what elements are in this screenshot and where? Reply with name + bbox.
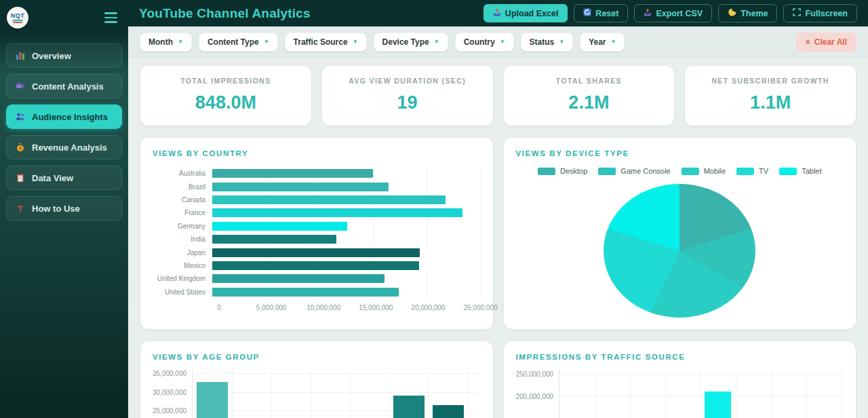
device-type-pie-chart [604,184,755,318]
export-icon [644,8,652,18]
filter-year[interactable]: Year▼ [580,33,625,52]
header-actions: Upload Excel Reset Export CSV Theme Full… [484,4,857,22]
pie-legend: DesktopGame ConsoleMobileTVTablet [516,167,844,175]
chevron-down-icon: ▼ [353,39,358,45]
country-bar [212,195,446,204]
gridline [232,369,233,418]
export-csv-button[interactable]: Export CSV [634,4,712,22]
gridline [350,369,351,418]
sidebar-item-label: Data View [32,173,73,183]
charts-row-top: VIEWS BY COUNTRY AustraliaBrazilCanadaFr… [140,138,856,329]
x-axis-ticks: 05,000,00010,000,00015,000,00020,000,000… [219,303,481,316]
country-bar-row: France [153,206,481,219]
kpi-value: 1.1M [692,92,849,113]
sidebar-header: NQT [0,0,128,35]
filter-bar: Month▼ Content Type▼ Traffic Source▼ Dev… [128,26,868,58]
impressions-by-traffic-source-chart: 250,000,000200,000,000 [516,369,844,418]
chart-title: VIEWS BY AGE GROUP [153,353,481,361]
views-by-country-card: VIEWS BY COUNTRY AustraliaBrazilCanadaFr… [140,138,493,329]
bar-track [212,272,481,285]
gridline [630,369,631,418]
country-bar [212,235,336,244]
kpi-label: TOTAL SHARES [511,77,668,85]
reset-button[interactable]: Reset [574,4,628,22]
x-tick-label: 10,000,000 [307,304,340,311]
sidebar-item-content-analysis[interactable]: Content Analysis [6,74,122,98]
legend-item[interactable]: TV [736,167,768,175]
kpi-value: 848.0M [147,92,304,113]
country-bar [212,288,399,297]
close-icon: × [806,37,810,47]
logo-tagline [13,22,22,23]
legend-item[interactable]: Game Console [598,167,670,175]
views-by-device-type-card: VIEWS BY DEVICE TYPE DesktopGame Console… [504,138,856,329]
legend-item[interactable]: Desktop [538,167,587,175]
sidebar-item-how-to-use[interactable]: ? How to Use [6,196,122,221]
impressions-by-traffic-source-card: IMPRESSIONS BY TRAFFIC SOURCE 250,000,00… [504,341,856,418]
country-bar [212,274,384,283]
country-bar [212,208,462,217]
sidebar-item-data-view[interactable]: Data View [6,166,122,190]
legend-swatch [736,168,754,175]
gridline [806,369,807,418]
gridline [736,369,736,418]
chart-title: VIEWS BY COUNTRY [153,149,481,157]
views-by-age-group-chart: 35,000,00030,000,00025,000,000 [153,369,481,418]
gridline [193,392,478,393]
theme-button[interactable]: Theme [718,4,777,22]
sidebar-item-label: Overview [32,51,71,61]
country-bar-row: Australia [153,167,481,180]
sidebar-item-revenue-analysis[interactable]: $ Revenue Analysis [6,135,122,159]
clear-all-button[interactable]: × Clear All [796,33,856,52]
country-bar-row: Japan [153,246,481,259]
country-label: Brazil [153,183,212,191]
y-tick-label: 35,000,000 [153,370,185,377]
bar-track [212,233,481,246]
country-bar-row: Mexico [153,259,481,272]
upload-icon [493,8,501,18]
upload-excel-button[interactable]: Upload Excel [484,4,568,22]
country-label: United States [153,288,212,296]
legend-swatch [598,168,616,175]
kpi-row: TOTAL IMPRESSIONS 848.0M AVG VIEW DURATI… [140,66,856,126]
filter-device-type[interactable]: Device Type▼ [374,33,448,52]
chevron-down-icon: ▼ [611,39,616,45]
filter-country[interactable]: Country▼ [455,33,514,52]
y-tick-label: 25,000,000 [153,407,185,415]
sidebar-item-overview[interactable]: Overview [6,43,122,68]
value-bar [393,396,425,418]
top-bar: YouTube Channel Analytics Upload Excel R… [128,0,868,26]
gridline [429,369,429,418]
x-tick-label: 5,000,000 [256,304,287,311]
legend-item[interactable]: Mobile [682,167,726,175]
fullscreen-button[interactable]: Fullscreen [783,4,857,22]
people-icon [15,112,25,122]
kpi-total-shares: TOTAL SHARES 2.1M [504,66,675,126]
country-label: Germany [153,223,212,230]
reset-icon [583,8,591,18]
legend-item[interactable]: Tablet [779,167,821,175]
country-label: Mexico [153,262,212,269]
filter-month[interactable]: Month▼ [140,33,192,52]
filter-traffic-source[interactable]: Traffic Source▼ [285,33,367,52]
legend-swatch [682,168,699,175]
sidebar-item-audience-insights[interactable]: Audience Insights [6,104,122,129]
y-tick-label: 250,000,000 [516,370,552,378]
sidebar: NQT Overview Content Analysis Audience I… [0,0,128,418]
country-label: Canada [153,196,212,204]
filter-content-type[interactable]: Content Type▼ [199,33,278,52]
sidebar-item-label: Audience Insights [32,112,108,122]
country-label: United Kingdom [153,275,212,282]
views-by-country-chart: AustraliaBrazilCanadaFranceGermanyIndiaJ… [153,167,481,316]
country-label: Japan [153,249,212,256]
filter-status[interactable]: Status▼ [521,33,574,52]
menu-toggle-icon[interactable] [104,12,117,23]
kpi-label: AVG VIEW DURATION (SEC) [329,77,486,85]
country-label: France [153,209,212,216]
legend-swatch [779,168,797,175]
bar-track [212,206,481,219]
y-tick-label: 30,000,000 [153,388,185,396]
country-bar [212,248,420,257]
gridline [701,369,701,418]
svg-text:$: $ [19,146,22,151]
